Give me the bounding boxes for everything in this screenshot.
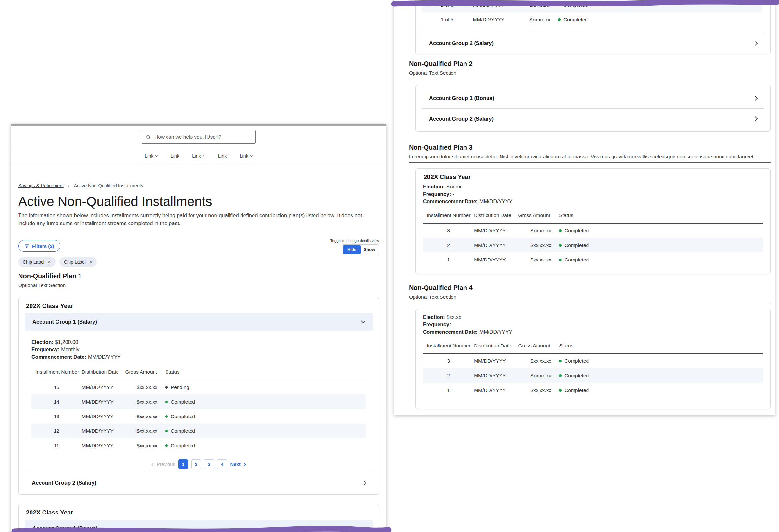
chevron-down-icon — [155, 154, 158, 156]
screen-right: 2 of 5MM/DD/YYYY$xx,xx.xxCompleted1 of 5… — [394, 0, 775, 415]
divider — [11, 164, 386, 164]
installment-row: 2MM/DD/YYYY$xx,xx.xxCompleted — [423, 238, 763, 252]
installment-row: 15MM/DD/YYYY$xx,xx.xxPending — [32, 380, 366, 394]
filter-chips: Chip Label ✕ Chip Label ✕ — [18, 257, 379, 267]
nav-link-4[interactable]: Link — [218, 153, 227, 158]
plan-2-card: Account Group 1 (Bonus) Account Group 2 … — [415, 85, 771, 132]
cell-gross-amount: $xx,xx.xx — [518, 368, 559, 383]
page-1-button[interactable]: 1 — [178, 459, 188, 469]
cell-status: Completed — [559, 383, 763, 397]
cell-gross-amount: $xx,xx.xx — [125, 409, 165, 424]
nav-link-2[interactable]: Link — [171, 153, 179, 158]
column-header: Installment Number — [32, 366, 82, 380]
cell-status: Completed — [559, 223, 763, 238]
account-group-1-salary-accordion[interactable]: Account Group 1 (Salary) — [25, 313, 373, 331]
chip-close-icon[interactable]: ✕ — [89, 260, 92, 264]
cell-status: Completed — [559, 238, 763, 252]
previous-page-button[interactable]: Previous — [152, 462, 175, 467]
installment-row: 1MM/DD/YYYY$xx,xx.xxCompleted — [423, 383, 763, 397]
status-dot-completed — [165, 401, 168, 403]
chevron-left-icon — [152, 463, 155, 466]
cell-installment-number: 1 — [423, 252, 474, 267]
cell-distribution-date: MM/DD/YYYY — [82, 438, 125, 453]
installment-row: 1 of 5MM/DD/YYYY$xx,xx.xxCompleted — [422, 12, 763, 27]
breadcrumb-separator: / — [68, 183, 69, 188]
cell-installment-number: 1 of 5 — [422, 12, 473, 27]
detail-election: Election:$1,200.00 — [32, 338, 366, 346]
class-year-heading: 202X Class Year — [26, 509, 371, 517]
screen-left: Link Link Link Link Link Savings & Retir… — [11, 124, 386, 532]
installment-row: 13MM/DD/YYYY$xx,xx.xxCompleted — [32, 409, 366, 424]
cell-distribution-date: MM/DD/YYYY — [474, 383, 518, 397]
design-canvas: Link Link Link Link Link Savings & Retir… — [0, 0, 779, 532]
cell-installment-number: 2 — [423, 368, 474, 383]
table-header-row: Installment NumberDistribution DateGross… — [32, 366, 366, 380]
chevron-down-icon — [250, 154, 253, 156]
section-rule — [409, 303, 771, 303]
next-page-button[interactable]: Next — [230, 462, 245, 467]
account-group-1-bonus-accordion[interactable]: Account Group 1 (Bonus) — [422, 88, 764, 108]
section-rule — [409, 79, 771, 79]
cell-distribution-date: MM/DD/YYYY — [82, 424, 125, 438]
status-dot-completed — [559, 374, 561, 377]
account-group-2-salary-accordion[interactable]: Account Group 2 (Salary) — [422, 108, 764, 129]
cell-status: Completed — [558, 12, 763, 27]
account-group-2-salary-accordion[interactable]: Account Group 2 (Salary) — [422, 32, 764, 54]
cell-gross-amount: $xx,xx.xx — [518, 238, 559, 252]
cell-gross-amount: $xx,xx.xx — [517, 0, 558, 12]
cell-gross-amount: $xx,xx.xx — [125, 380, 165, 394]
status-dot-completed — [559, 389, 561, 392]
column-header: Distribution Date — [474, 209, 518, 223]
cell-installment-number: 3 — [423, 353, 474, 368]
detail-commencement: Commencement Date:MM/DD/YYYY — [423, 328, 763, 336]
status-dot-completed — [165, 445, 168, 447]
section-rule — [18, 291, 379, 292]
cell-status: Completed — [558, 0, 763, 12]
cell-gross-amount: $xx,xx.xx — [518, 353, 559, 368]
filters-row: Filters (2) Toggle to change details vie… — [18, 239, 379, 255]
cell-distribution-date: MM/DD/YYYY — [474, 223, 518, 238]
status-dot-completed — [559, 259, 561, 261]
installment-row: 2 of 5MM/DD/YYYY$xx,xx.xxCompleted — [422, 0, 763, 12]
help-search[interactable] — [141, 130, 256, 144]
status-dot-completed — [559, 360, 561, 362]
filters-button[interactable]: Filters (2) — [18, 240, 60, 252]
cell-installment-number: 1 — [423, 383, 474, 397]
details-toggle: Toggle to change details view Hide Show — [331, 239, 379, 255]
hide-show-toggle: Hide Show — [342, 244, 379, 255]
search-row — [11, 126, 386, 148]
chevron-right-icon — [753, 96, 758, 100]
chevron-right-icon — [362, 480, 366, 485]
nav-link-5[interactable]: Link — [240, 153, 252, 158]
class-year-card-2: 202X Class Year Account Group 1 (Bonus) — [18, 504, 379, 532]
status-dot-completed — [165, 415, 168, 418]
hide-toggle-button[interactable]: Hide — [343, 245, 361, 254]
cell-gross-amount: $xx,xx.xx — [518, 252, 559, 267]
page-3-button[interactable]: 3 — [204, 459, 214, 469]
installment-row: 12MM/DD/YYYY$xx,xx.xxCompleted — [32, 424, 366, 438]
chevron-right-icon — [242, 463, 246, 466]
chip-close-icon[interactable]: ✕ — [48, 260, 51, 264]
account-group-2-salary-accordion[interactable]: Account Group 2 (Salary) — [25, 471, 373, 494]
plan-3-card: 202X Class Year Election:$xx.xx Frequenc… — [415, 169, 771, 274]
show-toggle-button[interactable]: Show — [361, 245, 378, 254]
page-2-button[interactable]: 2 — [191, 459, 201, 469]
breadcrumb-link-savings[interactable]: Savings & Retirement — [18, 183, 64, 188]
nav-link-1[interactable]: Link — [145, 153, 158, 158]
status-dot-completed — [559, 244, 561, 247]
account-group-1-bonus-accordion[interactable]: Account Group 1 (Bonus) — [25, 520, 373, 532]
table-header-row: Installment NumberDistribution DateGross… — [423, 209, 763, 223]
page-description: The information shown below includes ins… — [18, 211, 375, 227]
window-top-bar — [11, 124, 386, 126]
nav-link-3[interactable]: Link — [192, 153, 205, 158]
column-header: Status — [559, 209, 763, 223]
plan-3-title: Non-Qualified Plan 3 — [409, 143, 771, 151]
installments-table: Installment NumberDistribution DateGross… — [423, 340, 763, 397]
cell-distribution-date: MM/DD/YYYY — [82, 409, 125, 424]
pagination: Previous 1 2 3 4 Next — [32, 459, 366, 469]
help-search-input[interactable] — [155, 134, 251, 140]
column-header: Distribution Date — [474, 340, 518, 353]
installment-row: 1MM/DD/YYYY$xx,xx.xxCompleted — [423, 252, 763, 267]
search-icon — [146, 134, 151, 140]
page-4-button[interactable]: 4 — [217, 459, 227, 469]
